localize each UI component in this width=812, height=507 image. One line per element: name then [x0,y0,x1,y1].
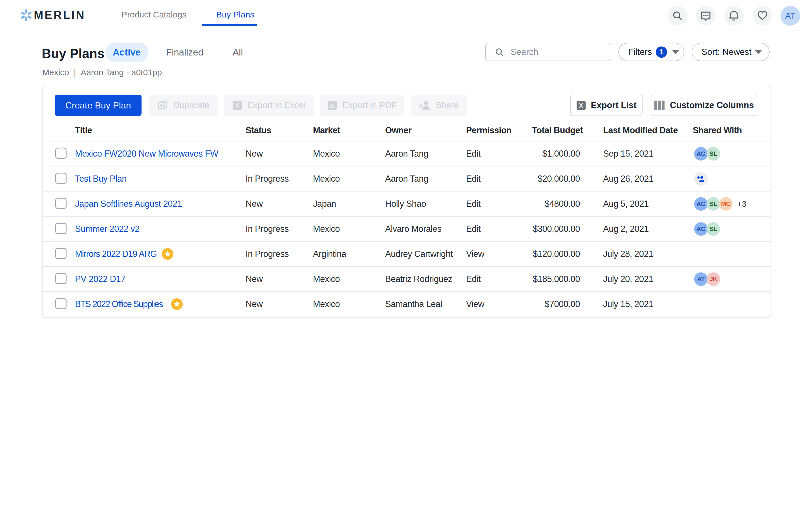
svg-text:MERLIN: MERLIN [34,9,86,21]
svg-text:X: X [579,102,583,109]
svg-text:X: X [235,102,239,109]
